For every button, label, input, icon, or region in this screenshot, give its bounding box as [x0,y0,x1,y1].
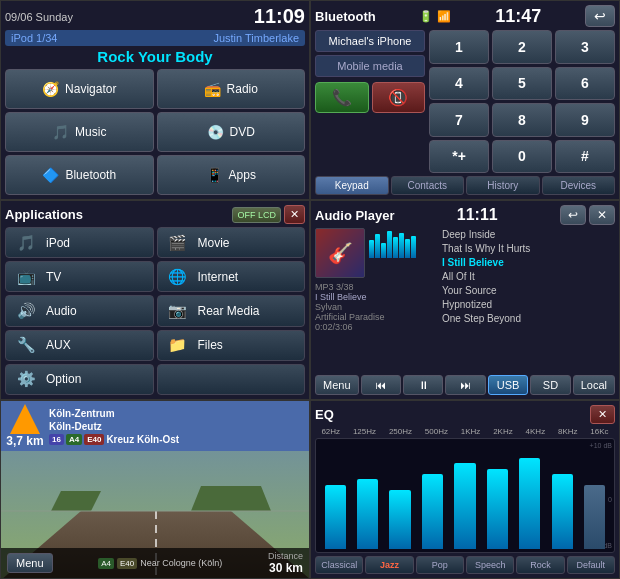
eq-band-9[interactable] [580,442,610,549]
navigator-button[interactable]: 🧭Navigator [5,69,154,109]
ctrl-next[interactable]: ⏭ [445,375,485,395]
bt-back-button[interactable]: ↩ [585,5,615,27]
num-5[interactable]: 5 [492,67,552,101]
eq-band-2[interactable] [352,442,382,549]
app-ipod[interactable]: 🎵iPod [5,227,154,258]
app-aux[interactable]: 🔧AUX [5,330,154,361]
apps-button[interactable]: 📱Apps [157,155,306,195]
ipod-app-icon: 🎵 [14,233,38,253]
radio-button[interactable]: 📻Radio [157,69,306,109]
bluetooth-button[interactable]: 🔷Bluetooth [5,155,154,195]
eq-bar-3 [381,243,386,258]
num-8[interactable]: 8 [492,103,552,137]
bt-call-buttons: 📞 📵 [315,82,425,113]
eq-label-62: 62Hz [321,427,340,436]
app-internet[interactable]: 🌐Internet [157,261,306,292]
panel-ipod: 09/06 Sunday 11:09 iPod 1/34 Justin Timb… [0,0,310,200]
music-button[interactable]: 🎵Music [5,112,154,152]
ctrl-play[interactable]: ⏸ [403,375,443,395]
dvd-button[interactable]: 💿DVD [157,112,306,152]
panel-eq: EQ ✕ 62Hz 125Hz 250Hz 500Hz 1KHz 2KHz 4K… [310,400,620,579]
playlist-item-6[interactable]: Hypnotized [439,298,615,311]
bt-media-label: Mobile media [315,55,425,77]
playlist-item-5[interactable]: Your Source [439,284,615,297]
eq-band-8[interactable] [547,442,577,549]
ctrl-usb[interactable]: USB [488,375,528,395]
audio-close-button[interactable]: ✕ [589,205,615,225]
bluetooth-icon: 🔷 [42,167,59,183]
ipod-button-grid: 🧭Navigator 📻Radio 🎵Music 💿DVD 🔷Bluetooth… [5,69,305,195]
nav-distance-value: 30 km [268,561,303,575]
num-6[interactable]: 6 [555,67,615,101]
num-7[interactable]: 7 [429,103,489,137]
playlist-item-3[interactable]: I Still Believe [439,256,615,269]
app-files[interactable]: 📁Files [157,330,306,361]
eq-label-16k: 16Kc [590,427,608,436]
num-0[interactable]: 0 [492,140,552,174]
audio-icon: 🔊 [14,301,38,321]
eq-band-3-fill [389,490,410,549]
call-end-button[interactable]: 📵 [372,82,426,113]
eq-bar-7 [405,239,410,259]
nav-road-badge-e40: E40 [117,558,137,569]
num-star[interactable]: *+ [429,140,489,174]
app-movie[interactable]: 🎬Movie [157,227,306,258]
eq-band-4[interactable] [417,442,447,549]
app-option[interactable]: ⚙️Option [5,364,154,395]
eq-frequency-labels: 62Hz 125Hz 250Hz 500Hz 1KHz 2KHz 4KHz 8K… [315,427,615,436]
ipod-track-info: iPod 1/34 Justin Timberlake [5,30,305,46]
eq-band-5[interactable] [450,442,480,549]
panel-navigation: 3,7 km Köln-Zentrum Köln-Deutz 16 A4 E40… [0,400,310,579]
ctrl-local[interactable]: Local [573,375,615,395]
preset-rock[interactable]: Rock [516,556,564,574]
tab-devices[interactable]: Devices [542,176,616,195]
end-call-icon: 📵 [388,88,408,107]
close-apps-button[interactable]: ✕ [284,205,305,224]
nav-direction-container: 3,7 km [5,404,45,448]
playlist-item-4[interactable]: All Of It [439,270,615,283]
preset-jazz[interactable]: Jazz [365,556,413,574]
eq-band-6[interactable] [482,442,512,549]
ipod-top-bar: 09/06 Sunday 11:09 [5,5,305,28]
playlist-item-7[interactable]: One Step Beyond [439,312,615,325]
app-rear-media[interactable]: 📷Rear Media [157,295,306,326]
bt-title: Bluetooth [315,9,376,24]
playlist-item-2[interactable]: That Is Why It Hurts [439,242,615,255]
off-lcd-button[interactable]: OFF LCD [232,207,281,223]
num-1[interactable]: 1 [429,30,489,64]
eq-band-7[interactable] [515,442,545,549]
ctrl-prev[interactable]: ⏮ [361,375,401,395]
nav-sign-row-1: Köln-Zentrum [49,408,179,419]
eq-visualizer [369,228,429,258]
eq-band-1-fill [325,485,346,549]
preset-speech[interactable]: Speech [466,556,514,574]
preset-pop[interactable]: Pop [416,556,464,574]
num-9[interactable]: 9 [555,103,615,137]
num-2[interactable]: 2 [492,30,552,64]
bt-time: 11:47 [495,6,541,27]
ctrl-sd[interactable]: SD [530,375,570,395]
eq-band-3[interactable] [385,442,415,549]
aux-icon: 🔧 [14,335,38,355]
tab-keypad[interactable]: Keypad [315,176,389,195]
nav-menu-button[interactable]: Menu [7,553,53,573]
num-hash[interactable]: # [555,140,615,174]
preset-default[interactable]: Default [567,556,615,574]
ctrl-menu[interactable]: Menu [315,375,359,395]
eq-close-button[interactable]: ✕ [590,405,615,424]
app-tv[interactable]: 📺TV [5,261,154,292]
playlist-item-1[interactable]: Deep Inside [439,228,615,241]
preset-classical[interactable]: Classical [315,556,363,574]
audio-back-button[interactable]: ↩ [560,205,586,225]
call-accept-button[interactable]: 📞 [315,82,369,113]
eq-band-1[interactable] [320,442,350,549]
apps-controls: OFF LCD ✕ [232,205,305,224]
nav-sign-2: Köln-Deutz [49,421,102,432]
eq-band-9-fill [584,485,605,549]
num-4[interactable]: 4 [429,67,489,101]
tab-history[interactable]: History [466,176,540,195]
app-audio[interactable]: 🔊Audio [5,295,154,326]
num-3[interactable]: 3 [555,30,615,64]
tab-contacts[interactable]: Contacts [391,176,465,195]
nav-badge-e40: E40 [84,434,104,445]
